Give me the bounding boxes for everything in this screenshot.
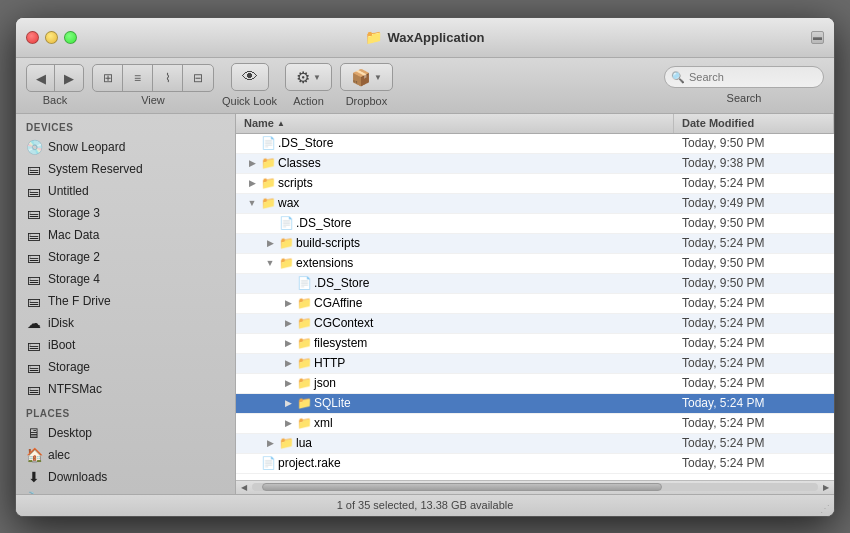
file-name-cell: ▼📁wax: [236, 196, 674, 210]
file-date: Today, 5:24 PM: [674, 376, 834, 390]
table-row[interactable]: 📄.DS_StoreToday, 9:50 PM: [236, 134, 834, 154]
file-name-cell: ▶📁SQLite: [236, 396, 674, 410]
status-bar: 1 of 35 selected, 13.38 GB available ⋰: [16, 494, 834, 516]
sidebar-item-label: Untitled: [48, 184, 89, 198]
expand-arrow-icon[interactable]: ▶: [282, 358, 294, 368]
search-group: 🔍 Search: [664, 66, 824, 104]
scroll-left-arrow[interactable]: ◀: [238, 481, 250, 493]
expand-arrow-icon[interactable]: ▶: [246, 178, 258, 188]
table-row[interactable]: ▶📁HTTPToday, 5:24 PM: [236, 354, 834, 374]
table-row[interactable]: ▶📁scriptsToday, 5:24 PM: [236, 174, 834, 194]
sidebar-item-the-f-drive[interactable]: 🖴The F Drive: [16, 290, 235, 312]
sidebar-item-downloads[interactable]: ⬇Downloads: [16, 466, 235, 488]
sidebar-item-storage[interactable]: 🖴Storage: [16, 356, 235, 378]
expand-arrow-icon[interactable]: ▶: [282, 378, 294, 388]
name-column-header[interactable]: Name ▲: [236, 114, 674, 133]
expand-arrow-icon[interactable]: ▼: [264, 258, 276, 268]
maximize-button[interactable]: [64, 31, 77, 44]
table-row[interactable]: ▶📁CGAffineToday, 5:24 PM: [236, 294, 834, 314]
scroll-track[interactable]: [252, 483, 818, 491]
sidebar-item-snow-leopard[interactable]: 💿Snow Leopard: [16, 136, 235, 158]
table-row[interactable]: ▼📁extensionsToday, 9:50 PM: [236, 254, 834, 274]
device-icon: 🖴: [26, 249, 42, 265]
action-group: ⚙ ▼ Action: [285, 63, 332, 107]
table-row[interactable]: ▶📁SQLiteToday, 5:24 PM: [236, 394, 834, 414]
expand-arrow-icon[interactable]: ▶: [282, 298, 294, 308]
sidebar-item-storage-2[interactable]: 🖴Storage 2: [16, 246, 235, 268]
sidebar-item-idisk[interactable]: ☁iDisk: [16, 312, 235, 334]
file-name-cell: ▶📁Classes: [236, 156, 674, 170]
scroll-right-arrow[interactable]: ▶: [820, 481, 832, 493]
table-row[interactable]: 📄.DS_StoreToday, 9:50 PM: [236, 214, 834, 234]
expand-arrow-icon[interactable]: ▶: [282, 398, 294, 408]
table-row[interactable]: ▶📁xmlToday, 5:24 PM: [236, 414, 834, 434]
eye-icon: 👁: [242, 68, 258, 86]
date-column-header[interactable]: Date Modified: [674, 114, 834, 133]
scroll-thumb[interactable]: [262, 483, 662, 491]
sidebar-item-system-reserved[interactable]: 🖴System Reserved: [16, 158, 235, 180]
sidebar-item-label: NTFSMac: [48, 382, 102, 396]
folder-icon: 📁: [278, 236, 294, 250]
sidebar-item-alec[interactable]: 🏠alec: [16, 444, 235, 466]
folder-icon: 📁: [296, 356, 312, 370]
back-button[interactable]: ◀: [27, 65, 55, 91]
expand-arrow-icon[interactable]: ▶: [246, 158, 258, 168]
device-icon: 🖴: [26, 293, 42, 309]
gear-icon: ⚙: [296, 68, 310, 87]
expand-arrow-icon[interactable]: ▶: [264, 438, 276, 448]
minimize-button[interactable]: [45, 31, 58, 44]
list-view-button[interactable]: ≡: [123, 65, 153, 91]
sidebar-item-storage-4[interactable]: 🖴Storage 4: [16, 268, 235, 290]
expand-arrow-icon[interactable]: ▼: [246, 198, 258, 208]
table-row[interactable]: ▶📁ClassesToday, 9:38 PM: [236, 154, 834, 174]
file-name-cell: ▶📁CGAffine: [236, 296, 674, 310]
table-row[interactable]: ▶📁CGContextToday, 5:24 PM: [236, 314, 834, 334]
traffic-lights: [26, 31, 77, 44]
action-button[interactable]: ⚙ ▼: [285, 63, 332, 91]
horizontal-scrollbar[interactable]: ◀ ▶: [236, 480, 834, 494]
table-row[interactable]: ▶📁jsonToday, 5:24 PM: [236, 374, 834, 394]
collapse-button[interactable]: ▬: [811, 31, 824, 44]
quicklook-button[interactable]: 👁: [231, 63, 269, 91]
table-row[interactable]: 📄.DS_StoreToday, 9:50 PM: [236, 274, 834, 294]
expand-arrow-icon[interactable]: ▶: [282, 418, 294, 428]
table-row[interactable]: ▶📁build-scriptsToday, 5:24 PM: [236, 234, 834, 254]
file-name: project.rake: [278, 456, 341, 470]
file-name-cell: ▶📁json: [236, 376, 674, 390]
nav-buttons: ◀ ▶: [26, 64, 84, 92]
close-button[interactable]: [26, 31, 39, 44]
sidebar-item-desktop[interactable]: 🖥Desktop: [16, 422, 235, 444]
folder-icon: 📁: [296, 316, 312, 330]
file-name-cell: ▶📁lua: [236, 436, 674, 450]
table-row[interactable]: ▶📁luaToday, 5:24 PM: [236, 434, 834, 454]
coverflow-view-button[interactable]: ⊟: [183, 65, 213, 91]
sidebar-item-untitled[interactable]: 🖴Untitled: [16, 180, 235, 202]
file-name: wax: [278, 196, 299, 210]
file-name: SQLite: [314, 396, 351, 410]
search-input[interactable]: [664, 66, 824, 88]
column-view-button[interactable]: ⌇: [153, 65, 183, 91]
table-row[interactable]: 📄project.rakeToday, 5:24 PM: [236, 454, 834, 474]
file-name-cell: ▶📁build-scripts: [236, 236, 674, 250]
expand-arrow-icon[interactable]: ▶: [282, 338, 294, 348]
icon-view-button[interactable]: ⊞: [93, 65, 123, 91]
dropbox-button[interactable]: 📦 ▼: [340, 63, 393, 91]
device-icon: 🖴: [26, 359, 42, 375]
sidebar-item-mac-data[interactable]: 🖴Mac Data: [16, 224, 235, 246]
file-date: Today, 5:24 PM: [674, 456, 834, 470]
forward-button[interactable]: ▶: [55, 65, 83, 91]
place-icon: 🏠: [26, 447, 42, 463]
table-row[interactable]: ▼📁waxToday, 9:49 PM: [236, 194, 834, 214]
file-name: CGContext: [314, 316, 373, 330]
file-date: Today, 5:24 PM: [674, 236, 834, 250]
sidebar: DEVICES 💿Snow Leopard🖴System Reserved🖴Un…: [16, 114, 236, 494]
sidebar-item-ntfsmac[interactable]: 🖴NTFSMac: [16, 378, 235, 400]
device-icon: 🖴: [26, 227, 42, 243]
expand-arrow-icon[interactable]: ▶: [282, 318, 294, 328]
expand-arrow-icon[interactable]: ▶: [264, 238, 276, 248]
resize-handle[interactable]: ⋰: [820, 503, 830, 514]
sidebar-item-iboot[interactable]: 🖴iBoot: [16, 334, 235, 356]
place-icon: 🖥: [26, 425, 42, 441]
table-row[interactable]: ▶📁filesystemToday, 5:24 PM: [236, 334, 834, 354]
sidebar-item-storage-3[interactable]: 🖴Storage 3: [16, 202, 235, 224]
